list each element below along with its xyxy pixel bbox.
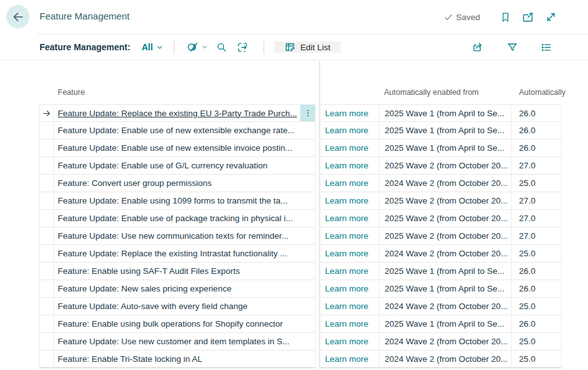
- enabled-from-cell[interactable]: 2025 Wave 1 (from April to Se...: [380, 122, 511, 139]
- enabled-from-cell[interactable]: 2025 Wave 1 (from April to Se...: [380, 104, 511, 122]
- enabled-from-cell[interactable]: 2025 Wave 1 (from April to Se...: [380, 263, 511, 280]
- learn-more-link[interactable]: Learn more: [325, 143, 368, 153]
- row-menu-cell[interactable]: [300, 157, 316, 175]
- feature-cell[interactable]: Feature Update: Replace the existing Int…: [54, 245, 300, 263]
- enabled-version-cell[interactable]: 26.0: [511, 263, 562, 280]
- row-selector-cell[interactable]: [39, 227, 54, 245]
- enabled-version-cell[interactable]: 27.0: [511, 157, 562, 175]
- row-menu-cell[interactable]: [300, 122, 316, 139]
- row-menu-cell[interactable]: [300, 210, 316, 227]
- column-header-enabled-from[interactable]: Automatically enabled from: [384, 88, 479, 97]
- feature-cell[interactable]: Feature Update: Use new communication te…: [54, 227, 300, 245]
- column-header-enabled-version[interactable]: Automatically: [519, 88, 565, 97]
- feature-cell[interactable]: Feature Update: Enable use of G/L curren…: [54, 157, 300, 175]
- feature-cell[interactable]: Feature Update: Enable use of new extens…: [54, 122, 300, 139]
- row-selector-cell[interactable]: [39, 122, 54, 139]
- row-selector-cell[interactable]: [39, 298, 54, 315]
- enabled-from-cell[interactable]: 2024 Wave 2 (from October 20...: [380, 245, 511, 263]
- row-menu-cell[interactable]: [300, 192, 316, 210]
- row-menu-cell[interactable]: [300, 104, 316, 122]
- row-selector-cell[interactable]: [39, 245, 54, 263]
- row-menu-cell[interactable]: [300, 298, 316, 315]
- row-selector-cell[interactable]: [39, 139, 54, 157]
- expand-diagonal-icon[interactable]: [545, 11, 557, 23]
- row-menu-cell[interactable]: [300, 139, 316, 157]
- feature-cell[interactable]: Feature Update: Auto-save with every fie…: [54, 298, 300, 315]
- enabled-version-cell[interactable]: 25.0: [511, 298, 562, 315]
- row-selector-cell[interactable]: [39, 192, 54, 210]
- row-menu-cell[interactable]: [300, 227, 316, 245]
- bookmark-icon[interactable]: [500, 11, 511, 23]
- row-selector-cell[interactable]: [39, 315, 54, 333]
- share-button[interactable]: [468, 38, 489, 57]
- row-selector-cell[interactable]: [39, 333, 54, 351]
- row-menu-cell[interactable]: [300, 280, 316, 298]
- feature-cell[interactable]: Feature: Enable Tri-State locking in AL: [54, 351, 300, 368]
- row-menu-cell[interactable]: [300, 263, 316, 280]
- enabled-version-cell[interactable]: 27.0: [511, 227, 562, 245]
- enabled-from-cell[interactable]: 2025 Wave 1 (from April to Se...: [380, 315, 511, 333]
- row-selector-cell[interactable]: [39, 104, 54, 122]
- enabled-version-cell[interactable]: 26.0: [511, 315, 562, 333]
- enabled-from-cell[interactable]: 2025 Wave 2 (from October 20...: [380, 227, 511, 245]
- learn-more-link[interactable]: Learn more: [325, 354, 368, 364]
- feature-cell[interactable]: Feature Update: Use new customer and ite…: [54, 333, 300, 351]
- learn-more-link[interactable]: Learn more: [325, 161, 368, 170]
- learn-more-link[interactable]: Learn more: [325, 126, 368, 135]
- learn-more-link[interactable]: Learn more: [325, 196, 368, 205]
- row-selector-cell[interactable]: [39, 280, 54, 298]
- learn-more-link[interactable]: Learn more: [325, 337, 368, 346]
- enabled-from-cell[interactable]: 2025 Wave 1 (from April to Se...: [380, 280, 511, 298]
- learn-more-link[interactable]: Learn more: [325, 109, 368, 118]
- enabled-from-cell[interactable]: 2025 Wave 2 (from October 20...: [380, 210, 511, 227]
- search-button[interactable]: [211, 38, 232, 57]
- row-selector-cell[interactable]: [39, 210, 54, 227]
- feature-cell[interactable]: Feature Update: New sales pricing experi…: [54, 280, 300, 298]
- vertical-ellipsis-icon[interactable]: [304, 108, 313, 118]
- analyze-button[interactable]: [184, 38, 211, 57]
- learn-more-link[interactable]: Learn more: [325, 214, 368, 223]
- list-view-icon[interactable]: [535, 38, 557, 57]
- learn-more-link[interactable]: Learn more: [325, 249, 368, 258]
- learn-more-link[interactable]: Learn more: [325, 319, 368, 329]
- enabled-from-cell[interactable]: 2024 Wave 2 (from October 20...: [380, 175, 511, 192]
- enabled-version-cell[interactable]: 27.0: [511, 210, 562, 227]
- enabled-version-cell[interactable]: 26.0: [511, 122, 562, 139]
- enabled-version-cell[interactable]: 25.0: [511, 333, 562, 351]
- row-selector-cell[interactable]: [39, 175, 54, 192]
- feature-cell[interactable]: Feature: Enable using SAF-T Audit Files …: [54, 263, 300, 280]
- back-button[interactable]: [6, 5, 29, 28]
- feature-cell[interactable]: Feature Update: Enable use of package tr…: [54, 210, 300, 227]
- learn-more-link[interactable]: Learn more: [325, 231, 368, 241]
- enabled-version-cell[interactable]: 26.0: [511, 104, 562, 122]
- row-selector-cell[interactable]: [39, 157, 54, 175]
- enabled-from-cell[interactable]: 2025 Wave 2 (from October 20...: [380, 192, 511, 210]
- edit-list-button[interactable]: Edit List: [274, 41, 341, 53]
- row-selector-cell[interactable]: [39, 351, 54, 368]
- learn-more-link[interactable]: Learn more: [325, 302, 368, 311]
- feature-cell[interactable]: Feature: Enable using bulk operations fo…: [54, 315, 300, 333]
- enabled-version-cell[interactable]: 25.0: [511, 245, 562, 263]
- row-menu-cell[interactable]: [300, 333, 316, 351]
- row-menu-cell[interactable]: [300, 351, 316, 368]
- enabled-version-cell[interactable]: 26.0: [511, 280, 562, 298]
- enabled-from-cell[interactable]: 2025 Wave 2 (from October 20...: [380, 157, 511, 175]
- enabled-version-cell[interactable]: 25.0: [511, 351, 562, 368]
- enabled-from-cell[interactable]: 2025 Wave 1 (from April to Se...: [380, 139, 511, 157]
- learn-more-link[interactable]: Learn more: [325, 284, 368, 293]
- enabled-from-cell[interactable]: 2024 Wave 2 (from October 20...: [380, 351, 511, 368]
- learn-more-link[interactable]: Learn more: [325, 266, 368, 276]
- focus-mode-button[interactable]: [232, 38, 254, 57]
- enabled-from-cell[interactable]: 2024 Wave 2 (from October 20...: [380, 333, 511, 351]
- row-menu-cell[interactable]: [300, 315, 316, 333]
- row-selector-cell[interactable]: [39, 263, 54, 280]
- feature-cell[interactable]: Feature Update: Enable using 1099 forms …: [54, 192, 300, 210]
- row-menu-cell[interactable]: [300, 245, 316, 263]
- feature-cell[interactable]: Feature: Convert user group permissions: [54, 175, 300, 192]
- filter-funnel-icon[interactable]: [501, 38, 523, 57]
- column-header-feature[interactable]: Feature: [58, 88, 85, 97]
- enabled-from-cell[interactable]: 2024 Wave 2 (from October 20...: [380, 298, 511, 315]
- row-menu-cell[interactable]: [300, 175, 316, 192]
- enabled-version-cell[interactable]: 25.0: [511, 175, 562, 192]
- enabled-version-cell[interactable]: 27.0: [511, 192, 562, 210]
